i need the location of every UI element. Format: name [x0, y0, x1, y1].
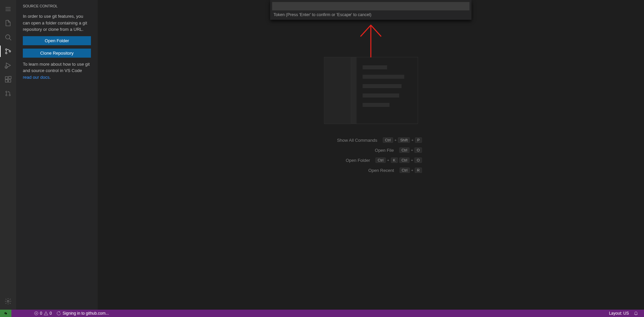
menu-icon[interactable] [0, 2, 16, 16]
annotation-arrow-icon [356, 23, 386, 59]
svg-rect-12 [8, 80, 11, 82]
key-separator: + [387, 158, 389, 162]
key-separator: + [411, 168, 413, 172]
key-separator: + [411, 138, 413, 142]
search-icon[interactable] [0, 30, 16, 44]
welcome-shortcuts: Show All CommandsCtrl+Shift+POpen FileCt… [320, 137, 422, 178]
shortcut-row: Open RecentCtrl+R [320, 168, 422, 173]
key-ctrl: Ctrl [383, 137, 393, 143]
scm-description: In order to use git features, you can op… [23, 13, 91, 33]
svg-point-15 [6, 94, 7, 96]
key-k: K [391, 157, 398, 163]
shortcut-row: Open FolderCtrl+KCtrl+O [320, 157, 422, 163]
read-docs-link[interactable]: read our docs [23, 75, 50, 80]
token-input[interactable] [272, 2, 469, 10]
status-layout[interactable]: Layout: US [607, 310, 631, 317]
svg-rect-13 [9, 76, 11, 79]
sidebar: Source Control In order to use git featu… [16, 0, 98, 310]
activity-bar [0, 0, 16, 310]
explorer-icon[interactable] [0, 16, 16, 30]
key-o: O [414, 147, 422, 153]
key-separator: + [411, 148, 413, 152]
editor-watermark-icon [324, 57, 418, 124]
key-p: P [415, 137, 422, 143]
remote-indicator[interactable] [0, 310, 11, 317]
key-shift: Shift [398, 137, 410, 143]
scm-learn-more: To learn more about how to use git and s… [23, 61, 91, 81]
shortcut-keys: Ctrl+KCtrl+O [376, 157, 422, 163]
quick-input-hint: Token (Press 'Enter' to confirm or 'Esca… [272, 10, 469, 18]
status-errors-count: 0 [40, 311, 42, 316]
svg-point-17 [7, 300, 9, 302]
quick-input-widget: Token (Press 'Enter' to confirm or 'Esca… [270, 0, 472, 20]
status-layout-label: Layout: US [609, 311, 629, 316]
key-ctrl: Ctrl [399, 168, 410, 173]
key-ctrl: Ctrl [399, 147, 409, 153]
status-bar: 0 0 Signing in to github.com... Layout: … [0, 310, 644, 317]
shortcut-label: Open Folder [320, 158, 370, 163]
editor-area: Token (Press 'Enter' to confirm or 'Esca… [98, 0, 644, 310]
key-ctrl: Ctrl [399, 157, 409, 163]
status-signing-in[interactable]: Signing in to github.com... [54, 310, 111, 317]
shortcut-keys: Ctrl+R [399, 168, 422, 173]
shortcut-label: Open Recent [344, 168, 394, 173]
shortcut-row: Open FileCtrl+O [320, 147, 422, 153]
debug-icon[interactable] [0, 58, 16, 72]
github-pr-icon[interactable] [0, 86, 16, 101]
manage-gear-icon[interactable] [0, 294, 16, 308]
status-problems[interactable]: 0 0 [32, 310, 54, 317]
scm-learn-text: To learn more about how to use git and s… [23, 62, 90, 73]
shortcut-keys: Ctrl+O [399, 147, 422, 153]
source-control-icon[interactable] [0, 44, 16, 58]
svg-point-14 [6, 91, 7, 92]
key-o: O [414, 157, 422, 163]
shortcut-label: Show All Commands [327, 138, 377, 143]
svg-point-7 [9, 51, 11, 52]
svg-point-3 [6, 35, 10, 39]
svg-rect-11 [5, 80, 8, 82]
svg-point-5 [5, 49, 7, 50]
key-r: R [415, 168, 422, 173]
clone-repository-button[interactable]: Clone Repository [23, 49, 91, 58]
shortcut-label: Open File [343, 148, 394, 153]
status-notifications-icon[interactable] [631, 310, 641, 317]
status-warnings-count: 0 [50, 311, 52, 316]
extensions-icon[interactable] [0, 72, 16, 86]
key-separator: + [411, 158, 413, 162]
key-separator: + [394, 138, 396, 142]
open-folder-button[interactable]: Open Folder [23, 36, 91, 45]
sidebar-title: Source Control [16, 0, 98, 12]
shortcut-row: Show All CommandsCtrl+Shift+P [320, 137, 422, 143]
status-signing-label: Signing in to github.com... [62, 311, 109, 316]
key-ctrl: Ctrl [376, 157, 386, 163]
svg-rect-10 [5, 77, 8, 79]
svg-point-6 [5, 52, 7, 54]
svg-line-4 [9, 39, 11, 41]
shortcut-keys: Ctrl+Shift+P [383, 137, 422, 143]
svg-point-16 [9, 94, 10, 96]
